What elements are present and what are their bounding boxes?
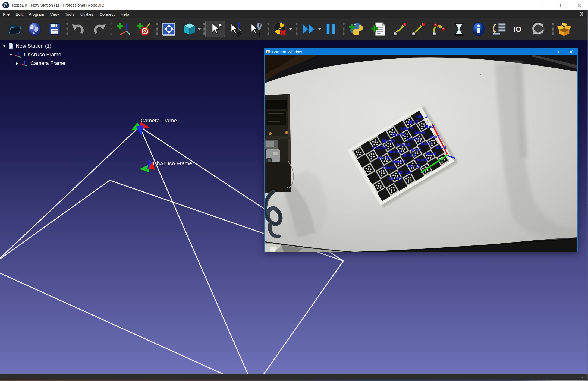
select-cursor-icon	[207, 21, 223, 37]
camera-close-button[interactable]	[565, 49, 577, 55]
update-program-button[interactable]	[530, 21, 546, 37]
toolbar-separator-handle[interactable]	[343, 23, 345, 35]
reference-frame-icon	[15, 51, 22, 58]
fast-forward-icon	[301, 22, 316, 36]
save-station-button[interactable]	[47, 21, 62, 37]
view-button[interactable]	[182, 21, 197, 37]
add-python-button[interactable]	[348, 21, 364, 37]
marker-id-label: id=5	[420, 141, 431, 146]
redo-button[interactable]	[92, 21, 107, 37]
toolbar-separator-handle[interactable]	[111, 23, 112, 35]
show-message-button[interactable]	[471, 21, 486, 37]
add-target-icon	[136, 22, 151, 36]
tree-item-label: ChArUco Frame	[24, 52, 61, 58]
menu-program[interactable]: Program	[26, 10, 47, 18]
title-bar[interactable]: RoboDK - New Station (1) - Professional …	[0, 0, 588, 10]
marker-id-label: id=20	[389, 176, 402, 181]
tree-item-camera-frame[interactable]: ▶ Camera Frame	[15, 59, 65, 68]
move-robot-cursor-icon	[248, 21, 263, 37]
maximize-button[interactable]	[553, 0, 571, 10]
menu-utilities[interactable]: Utilities	[77, 10, 96, 18]
menu-connect[interactable]: Connect	[96, 10, 118, 18]
python-icon	[349, 21, 364, 37]
viewport-3d[interactable]: Camera Frame ChArUco Frame ▼ New Station…	[0, 40, 588, 374]
menu-help[interactable]: Help	[118, 10, 132, 18]
marker-id-label: id=7	[408, 120, 419, 125]
collision-dropdown-caret[interactable]	[289, 28, 292, 30]
toolbar-separator-handle[interactable]	[267, 23, 269, 35]
move-linear-icon	[411, 22, 426, 36]
add-target-button[interactable]	[136, 21, 152, 37]
move-frame-cursor-icon	[228, 21, 243, 37]
move-joint-button[interactable]	[392, 21, 408, 37]
camera-window-titlebar[interactable]: Camera Window	[265, 49, 577, 55]
fit-view-button[interactable]	[161, 21, 177, 37]
set-io-button[interactable]: IO	[513, 21, 525, 37]
save-icon	[47, 22, 62, 36]
export-simulation-button[interactable]	[556, 21, 572, 37]
marker-id-label: id=21	[383, 166, 396, 171]
close-icon	[570, 50, 573, 53]
program-call-button[interactable]	[491, 21, 507, 37]
view-dropdown-caret[interactable]	[198, 28, 201, 30]
hourglass-icon	[452, 22, 466, 36]
undo-button[interactable]	[70, 21, 86, 37]
open-project-button[interactable]	[7, 21, 23, 37]
minimize-button[interactable]	[536, 0, 553, 10]
tree-item-charuco-frame[interactable]: ▼ ChArUco Frame	[8, 50, 65, 59]
marker-id-label: id=1	[430, 135, 440, 140]
marker-id-label: id=2	[424, 124, 435, 129]
open-library-button[interactable]	[27, 21, 42, 37]
select-tool-button[interactable]	[205, 21, 225, 37]
status-bar	[0, 374, 588, 380]
tree-item-station[interactable]: ▼ New Station (1)	[2, 42, 65, 50]
add-program-button[interactable]	[371, 21, 386, 37]
menu-edit[interactable]: Edit	[12, 10, 26, 18]
expand-arrow-icon[interactable]: ▼	[8, 53, 14, 57]
export-box-icon	[556, 21, 572, 37]
info-icon	[471, 22, 486, 36]
station-tree: ▼ New Station (1) ▼ ChArUco Frame	[2, 42, 65, 68]
isometric-cube-icon	[182, 22, 197, 36]
toolbar-separator-handle[interactable]	[296, 23, 298, 35]
move-linear-button[interactable]	[410, 21, 426, 37]
program-call-icon	[492, 22, 507, 36]
collision-check-button[interactable]	[272, 21, 288, 37]
menu-view[interactable]: View	[47, 10, 62, 18]
camera-minimize-button[interactable]	[543, 49, 554, 55]
close-button[interactable]	[571, 0, 588, 10]
toolbar: IO	[0, 18, 588, 40]
open-folder-icon	[8, 22, 22, 36]
toolbar-separator-handle[interactable]	[156, 23, 158, 35]
marker-id-label: id=8	[416, 158, 427, 162]
camera-maximize-button[interactable]	[554, 49, 565, 55]
marker-id-label: id=23	[373, 145, 386, 150]
pause-simulation-button[interactable]	[325, 21, 337, 37]
move-circular-button[interactable]	[430, 21, 446, 37]
add-frame-button[interactable]	[116, 21, 131, 37]
menu-tools[interactable]: Tools	[62, 10, 77, 18]
move-reference-tool-button[interactable]	[228, 21, 243, 37]
menu-bar: File Edit Program View Tools Utilities C…	[0, 10, 588, 18]
toolbar-separator-handle[interactable]	[552, 23, 554, 35]
maximize-icon	[560, 4, 564, 7]
move-robot-tool-button[interactable]	[248, 21, 263, 37]
collapse-arrow-icon[interactable]: ▶	[15, 61, 20, 65]
pause-instruction-button[interactable]	[451, 21, 467, 37]
fast-simulation-button[interactable]	[301, 21, 317, 37]
charuco-frame-label: ChArUco Frame	[153, 160, 192, 167]
add-reference-frame-icon	[116, 22, 131, 36]
undo-icon	[71, 22, 86, 36]
marker-id-label: id=9	[410, 147, 421, 152]
resize-grip[interactable]	[579, 374, 587, 379]
toolbar-separator-handle[interactable]	[66, 23, 68, 35]
menu-file[interactable]: File	[0, 10, 12, 18]
toolbar-separator-handle[interactable]	[203, 23, 205, 35]
speed-dropdown-caret[interactable]	[318, 28, 321, 30]
panel-close-button[interactable]: X	[578, 10, 585, 18]
robodk-window: RoboDK - New Station (1) - Professional …	[0, 0, 588, 381]
minimize-icon	[547, 52, 550, 52]
expand-arrow-icon[interactable]: ▼	[2, 44, 7, 48]
camera-frame-triad	[133, 125, 147, 133]
frustum-line	[254, 261, 343, 374]
